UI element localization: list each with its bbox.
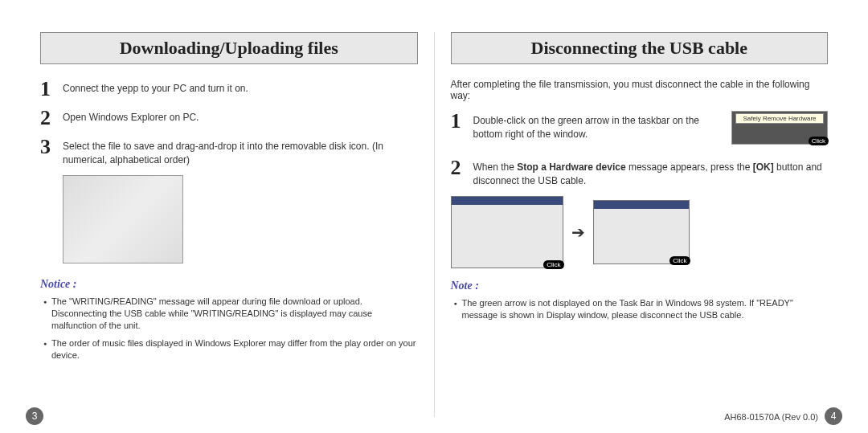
note-list-right: The green arrow is not displayed on the … xyxy=(451,297,829,322)
step-num: 2 xyxy=(40,108,58,129)
explorer-screenshot xyxy=(63,175,183,263)
title-box-right: Disconnecting the USB cable xyxy=(451,32,829,64)
dialog-header xyxy=(594,201,689,209)
title-right: Disconnecting the USB cable xyxy=(460,38,820,59)
title-left: Downloading/Uploading files xyxy=(49,38,409,59)
step-text: Select the file to save and drag-and-dro… xyxy=(63,137,418,167)
tooltip-safely-remove: Safely Remove Hardware xyxy=(735,113,824,124)
doc-revision: AH68-01570A (Rev 0.0) xyxy=(724,412,818,422)
step-num: 1 xyxy=(40,79,58,100)
dialog-stop-hardware: Click xyxy=(451,196,563,268)
step-2-left: 2 Open Windows Explorer on PC. xyxy=(40,108,418,129)
title-box-left: Downloading/Uploading files xyxy=(40,32,418,64)
click-badge: Click xyxy=(543,260,563,269)
step-num: 3 xyxy=(40,137,58,157)
notice-item: The order of music files displayed in Wi… xyxy=(43,337,418,362)
click-badge: Click xyxy=(669,256,690,265)
step-text: Double-click on the green arrow in the t… xyxy=(473,111,724,141)
dialogs-row: Click ➔ Click xyxy=(451,196,829,268)
page-number-left: 3 xyxy=(26,407,43,425)
step-1-right-row: 1 Double-click on the green arrow in the… xyxy=(451,111,829,148)
step-text: Open Windows Explorer on PC. xyxy=(63,108,418,125)
page-right: Disconnecting the USB cable After comple… xyxy=(435,32,845,417)
taskbar-screenshot: Safely Remove Hardware Click xyxy=(731,111,828,145)
arrow-icon: ➔ xyxy=(571,223,585,242)
step-1-left: 1 Connect the yepp to your PC and turn i… xyxy=(40,79,418,100)
click-badge: Click xyxy=(809,137,829,145)
page-number-right: 4 xyxy=(825,407,842,425)
notice-heading: Notice : xyxy=(40,278,418,291)
step-text: When the Stop a Hardware device message … xyxy=(473,157,829,188)
dialog-confirm: Click xyxy=(593,200,690,264)
note-item: The green arrow is not displayed on the … xyxy=(454,297,829,322)
notice-list-left: The "WRITING/READING" message will appea… xyxy=(40,296,418,362)
intro-text: After completing the file transmission, … xyxy=(451,79,829,101)
note-heading: Note : xyxy=(451,280,829,292)
step-3-left: 3 Select the file to save and drag-and-d… xyxy=(40,137,418,167)
step-num: 1 xyxy=(451,111,469,132)
step-2-right: 2 When the Stop a Hardware device messag… xyxy=(451,157,829,188)
notice-item: The "WRITING/READING" message will appea… xyxy=(43,296,418,333)
step-num: 2 xyxy=(451,157,469,178)
page-left: Downloading/Uploading files 1 Connect th… xyxy=(24,32,435,417)
dialog-header xyxy=(452,197,563,205)
step-text: Connect the yepp to your PC and turn it … xyxy=(63,79,418,96)
